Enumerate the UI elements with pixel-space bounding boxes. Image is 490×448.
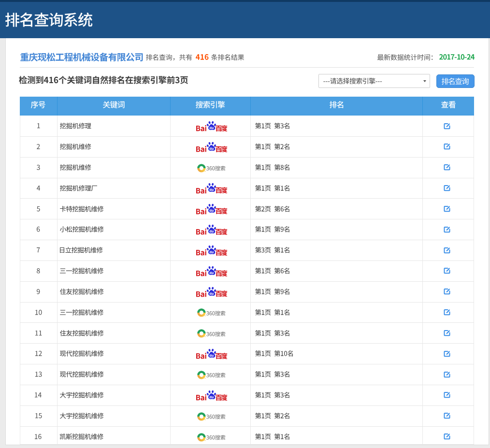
svg-text:du: du <box>209 229 214 233</box>
svg-text:du: du <box>209 291 214 296</box>
svg-text:du: du <box>209 208 214 213</box>
svg-text:du: du <box>209 146 214 151</box>
svg-text:du: du <box>209 353 214 358</box>
svg-text:du: du <box>209 250 214 254</box>
svg-text:du: du <box>209 126 214 130</box>
svg-text:du: du <box>209 188 214 192</box>
svg-text:du: du <box>209 395 214 399</box>
svg-text:du: du <box>209 271 214 275</box>
